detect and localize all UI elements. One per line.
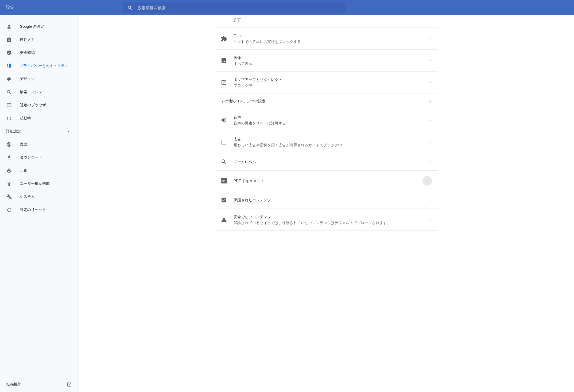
sound-icon bbox=[221, 117, 227, 123]
row-flash[interactable]: Flash サイトでの Flash の実行をブロックする bbox=[215, 28, 438, 50]
search-input[interactable] bbox=[138, 6, 342, 10]
browser-icon bbox=[6, 103, 12, 108]
external-link-icon bbox=[67, 382, 72, 387]
row-title: 保護されたコンテンツ bbox=[234, 197, 429, 203]
row-insecure[interactable]: 安全でないコンテンツ 保護されているサイトでは、保護されていないコンテンツはデフ… bbox=[215, 209, 438, 231]
row-subtitle: すべて表示 bbox=[234, 61, 429, 66]
row-pdf[interactable]: PDF PDF ドキュメント bbox=[215, 171, 438, 191]
sidebar-item-label: 言語 bbox=[20, 142, 27, 147]
sidebar-item-autofill[interactable]: 自動入力 bbox=[0, 33, 78, 46]
download-icon bbox=[6, 155, 12, 160]
sidebar-item-language[interactable]: 言語 bbox=[0, 138, 78, 151]
sidebar-item-safety[interactable]: 安全確認 bbox=[0, 46, 78, 59]
row-popups[interactable]: ポップアップとリダイレクト ブロック中 bbox=[215, 72, 438, 93]
chevron-right-icon bbox=[422, 176, 432, 186]
pdf-icon: PDF bbox=[221, 178, 227, 183]
row-title: 安全でないコンテンツ bbox=[234, 214, 429, 219]
row-title: 画像 bbox=[234, 55, 429, 60]
sidebar-item-design[interactable]: デザイン bbox=[0, 72, 78, 85]
sidebar-item-privacy[interactable]: プライバシーとセキュリティ bbox=[0, 59, 78, 72]
row-title: ポップアップとリダイレクト bbox=[234, 77, 429, 82]
section-other-content[interactable]: その他のコンテンツの設定 bbox=[215, 93, 438, 109]
image-icon bbox=[221, 57, 227, 64]
row-texts: 保護されたコンテンツ bbox=[234, 197, 429, 203]
zoom-icon bbox=[221, 159, 227, 165]
chevron-right-icon bbox=[429, 160, 432, 163]
row-title: ズームレベル bbox=[234, 159, 429, 164]
sidebar-item-label: 検索エンジン bbox=[20, 90, 42, 95]
sidebar-item-label: 自動入力 bbox=[20, 37, 35, 42]
sidebar-item-startup[interactable]: 起動時 bbox=[0, 112, 78, 125]
search-bar[interactable] bbox=[123, 2, 346, 13]
chevron-right-icon bbox=[429, 218, 432, 221]
sidebar-extensions[interactable]: 拡張機能 bbox=[0, 377, 78, 392]
chevron-up-icon bbox=[67, 130, 70, 133]
accessibility-icon bbox=[6, 181, 12, 186]
main-content: 許可 Flash サイトでの Flash の実行をブロックする 画像 すべて表示 bbox=[79, 15, 574, 392]
row-subtitle: 煩わしい広告や誤解を招く広告が表示されるサイトでブロック中 bbox=[234, 143, 429, 147]
partial-row-subtitle: 許可 bbox=[215, 15, 438, 28]
person-icon bbox=[6, 24, 12, 29]
sidebar-item-google[interactable]: Google の設定 bbox=[0, 20, 78, 33]
sidebar-item-label: デザイン bbox=[20, 77, 35, 81]
row-title: Flash bbox=[234, 33, 429, 38]
sidebar-item-search-engine[interactable]: 検索エンジン bbox=[0, 85, 78, 99]
warning-icon bbox=[221, 217, 227, 223]
header-search-wrapper bbox=[123, 0, 574, 15]
row-texts: Flash サイトでの Flash の実行をブロックする bbox=[234, 33, 429, 44]
shield-check-icon bbox=[6, 50, 12, 56]
sidebar-item-label: 安全確認 bbox=[20, 50, 35, 55]
sidebar-item-label: 起動時 bbox=[20, 116, 31, 121]
chevron-right-icon bbox=[429, 81, 432, 84]
section-title: その他のコンテンツの設定 bbox=[221, 99, 266, 104]
chevron-right-icon bbox=[429, 119, 432, 121]
sidebar-item-print[interactable]: 印刷 bbox=[0, 164, 78, 177]
sidebar-item-label: Google の設定 bbox=[20, 24, 44, 29]
extensions-label: 拡張機能 bbox=[6, 382, 21, 387]
power-icon bbox=[6, 116, 12, 121]
row-texts: 音声 音声の再生をサイトに許可する bbox=[234, 115, 429, 126]
sidebar-item-label: プライバシーとセキュリティ bbox=[20, 64, 68, 68]
sidebar-item-download[interactable]: ダウンロード bbox=[0, 151, 78, 164]
globe-icon bbox=[6, 142, 12, 147]
row-subtitle: サイトでの Flash の実行をブロックする bbox=[234, 39, 429, 44]
sidebar-item-label: ダウンロード bbox=[20, 155, 42, 160]
row-title: 広告 bbox=[234, 136, 429, 142]
row-texts: 安全でないコンテンツ 保護されているサイトでは、保護されていないコンテンツはデフ… bbox=[234, 214, 429, 225]
shield-icon bbox=[6, 63, 12, 69]
chevron-up-icon bbox=[428, 99, 432, 103]
sidebar-item-default-browser[interactable]: 既定のブラウザ bbox=[0, 99, 78, 112]
row-texts: 広告 煩わしい広告や誤解を招く広告が表示されるサイトでブロック中 bbox=[234, 136, 429, 147]
row-texts: ポップアップとリダイレクト ブロック中 bbox=[234, 77, 429, 88]
row-texts: PDF ドキュメント bbox=[234, 178, 422, 183]
sidebar-item-accessibility[interactable]: ユーザー補助機能 bbox=[0, 177, 78, 190]
chevron-right-icon bbox=[429, 199, 432, 201]
puzzle-icon bbox=[221, 36, 227, 42]
header-title-area: 設定 bbox=[0, 0, 123, 15]
row-protected[interactable]: 保護されたコンテンツ bbox=[215, 191, 438, 209]
palette-icon bbox=[6, 76, 12, 82]
row-subtitle: ブロック中 bbox=[234, 83, 429, 88]
ad-icon bbox=[221, 139, 227, 145]
sidebar-item-label: ユーザー補助機能 bbox=[20, 181, 50, 186]
row-texts: ズームレベル bbox=[234, 159, 429, 164]
sidebar-item-reset[interactable]: 設定のリセット bbox=[0, 203, 78, 216]
popup-icon bbox=[221, 79, 227, 86]
row-zoom[interactable]: ズームレベル bbox=[215, 153, 438, 171]
sidebar-item-system[interactable]: システム bbox=[0, 190, 78, 203]
row-subtitle: 音声の再生をサイトに許可する bbox=[234, 121, 429, 126]
sidebar-item-label: 既定のブラウザ bbox=[20, 103, 46, 108]
row-title: 音声 bbox=[234, 115, 429, 120]
sidebar-item-label: 設定のリセット bbox=[20, 207, 46, 212]
row-sound[interactable]: 音声 音声の再生をサイトに許可する bbox=[215, 109, 438, 131]
print-icon bbox=[6, 168, 12, 173]
header: 設定 bbox=[0, 0, 574, 15]
search-icon bbox=[127, 5, 133, 11]
sidebar-item-label: システム bbox=[20, 194, 35, 199]
row-ads[interactable]: 広告 煩わしい広告や誤解を招く広告が表示されるサイトでブロック中 bbox=[215, 131, 438, 153]
chevron-right-icon bbox=[429, 141, 432, 143]
row-subtitle: 保護されているサイトでは、保護されていないコンテンツはデフォルトでブロックされま… bbox=[234, 220, 429, 225]
sidebar-advanced-header[interactable]: 詳細設定 bbox=[0, 125, 78, 138]
row-images[interactable]: 画像 すべて表示 bbox=[215, 50, 438, 72]
search-icon bbox=[6, 89, 12, 95]
